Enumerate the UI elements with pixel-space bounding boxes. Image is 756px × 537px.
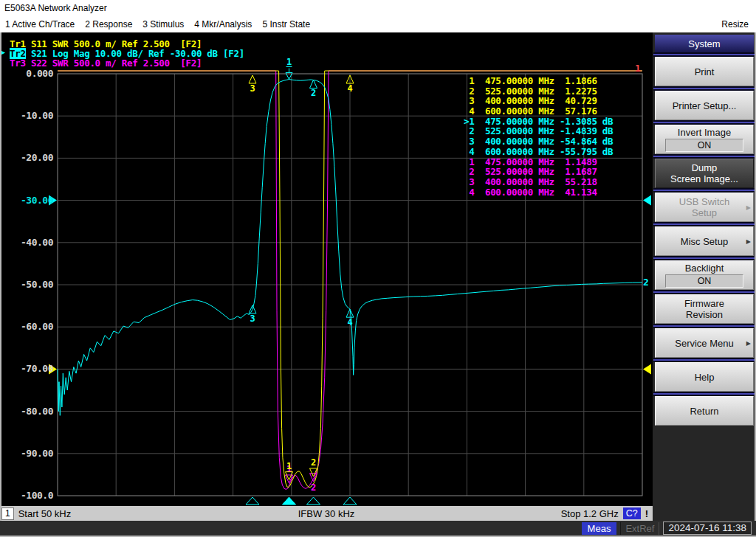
softkey-label: Invert Image [678, 127, 731, 138]
menu-bar: 1 Active Ch/Trace 2 Response 3 Stimulus … [0, 16, 756, 32]
clock: 2024-07-16 11:38 [663, 522, 752, 535]
marker-table-row: 2 525.00000 MHz -1.4839 dB [464, 126, 613, 136]
submenu-arrow-icon: ▶ [746, 204, 751, 211]
menu-instr-state[interactable]: 5 Instr State [257, 17, 315, 32]
marker-3-symbol[interactable] [249, 75, 256, 83]
marker-stimulus-triangle[interactable] [343, 497, 357, 505]
y-axis-label: -30.00 [0, 195, 53, 206]
submenu-arrow-icon: ▶ [746, 340, 751, 347]
trace-end-label: 1 [635, 63, 641, 74]
marker-stimulus-triangle[interactable] [246, 497, 259, 505]
y-axis-label: -80.00 [0, 406, 53, 417]
y-axis-label: -60.00 [0, 321, 53, 332]
marker-table-row: 1 475.00000 MHz 1.1489 [464, 157, 613, 167]
marker-readout-table: 1 475.00000 MHz 1.1866 2 525.00000 MHz 1… [464, 76, 613, 197]
softkey-label: Backlight [685, 263, 724, 274]
resize-control[interactable]: Resize [716, 17, 756, 32]
menu-active-ch-trace[interactable]: 1 Active Ch/Trace [0, 17, 80, 32]
y-axis-label: -90.00 [0, 448, 53, 459]
softkey-firmware-revision[interactable]: FirmwareRevision [655, 294, 754, 324]
softkey-service-menu[interactable]: Service Menu▶ [655, 328, 754, 358]
softkey-dump-screen-image[interactable]: DumpScreen Image... [655, 159, 754, 188]
menu-stimulus[interactable]: 3 Stimulus [137, 17, 189, 32]
marker-table-row: 2 525.00000 MHz 1.2275 [464, 86, 613, 97]
softkey-print[interactable]: Print [655, 57, 754, 86]
channel-status-bar: 1 Start 50 kHz IFBW 30 kHz Stop 1.2 GHz … [0, 506, 653, 521]
y-axis-label: -20.00 [0, 152, 53, 163]
meas-status-badge: Meas [582, 522, 617, 535]
marker-table-row: 3 400.00000 MHz -54.864 dB [464, 136, 613, 147]
softkey-invert-image[interactable]: Invert ImageON [655, 125, 754, 154]
softkey-label: Help [695, 372, 715, 383]
marker-label: 3 [250, 313, 255, 324]
marker-label: 2 [311, 482, 316, 493]
softkey-usb-switch-setup: USB SwitchSetup▶ [655, 193, 754, 222]
marker-table-group: 1 475.00000 MHz 1.1489 2 525.00000 MHz 1… [464, 157, 613, 198]
active-marker-stimulus-triangle[interactable] [283, 497, 296, 505]
channel-number: 1 [1, 507, 14, 520]
stop-frequency[interactable]: Stop 1.2 GHz [561, 508, 619, 519]
correction-badge: C? [623, 507, 641, 519]
softkey-printer-setup[interactable]: Printer Setup... [655, 91, 754, 120]
extref-status: ExtRef [620, 522, 659, 535]
y-axis-label: -100.0 [0, 490, 53, 501]
marker-table-row: 4 600.00000 MHz 57.176 [464, 106, 613, 117]
softkey-menu-title: System [655, 35, 754, 52]
window-title: E5063A Network Analyzer [4, 3, 107, 13]
marker-table-row: 3 400.00000 MHz 55.218 [464, 177, 613, 187]
marker-table-row: 4 600.00000 MHz 41.134 [464, 187, 613, 198]
title-bar: E5063A Network Analyzer [0, 0, 756, 16]
reference-level-arrow-right[interactable] [643, 364, 651, 374]
softkey-backlight[interactable]: BacklightON [655, 260, 754, 290]
softkey-label: Setup [692, 207, 717, 218]
marker-label: 3 [250, 83, 255, 94]
softkey-menu: System PrintPrinter Setup...Invert Image… [653, 32, 756, 521]
marker-2-symbol[interactable] [310, 80, 317, 88]
trace3-name: Tr3 [10, 58, 26, 69]
trace1-status[interactable]: Tr1 S11 SWR 500.0 m/ Ref 2.500 [F2] [0, 38, 482, 48]
trace2-status[interactable]: ▶Tr2 S21 Log Mag 10.00 dB/ Ref -30.00 dB… [0, 48, 482, 58]
trace3-params: S22 SWR 500.0 m/ Ref 2.500 [F2] [26, 58, 202, 69]
trace-end-label: 2 [643, 277, 649, 288]
menu-response[interactable]: 2 Response [80, 17, 137, 32]
start-frequency[interactable]: Start 50 kHz [18, 508, 72, 519]
softkey-label: Printer Setup... [673, 100, 737, 111]
marker-table-row: 1 475.00000 MHz 1.1866 [464, 76, 613, 86]
marker-label: 2 [311, 88, 316, 98]
window-border [0, 32, 1, 521]
softkey-label: Return [690, 406, 718, 417]
marker-table-row: 4 600.00000 MHz -55.795 dB [464, 147, 613, 157]
ifbw-label[interactable]: IFBW 30 kHz [298, 508, 355, 519]
y-axis-label: -50.00 [0, 279, 53, 290]
marker-label: 1 [286, 461, 292, 471]
softkey-label: Firmware [684, 298, 724, 309]
y-axis-label: -10.00 [0, 110, 53, 121]
marker-table-row: >1 475.00000 MHz -1.3085 dB [464, 117, 613, 127]
y-axis-label: -40.00 [0, 237, 53, 248]
softkey-label: Revision [686, 309, 723, 320]
y-axis-label: 0.000 [0, 68, 53, 79]
softkey-label: USB Switch [679, 196, 730, 207]
submenu-arrow-icon: ▶ [746, 238, 751, 245]
softkey-label: Print [695, 66, 715, 77]
analyzer-screen: 121234123412 Tr1 S11 SWR 500.0 m/ Ref 2.… [0, 32, 653, 506]
softkey-value: ON [665, 274, 743, 288]
reference-level-arrow-right[interactable] [643, 195, 651, 206]
marker-table-row: 2 525.00000 MHz 1.1687 [464, 167, 613, 177]
softkey-misc-setup[interactable]: Misc Setup▶ [655, 226, 754, 256]
softkey-return[interactable]: Return [655, 396, 754, 426]
y-axis-label: -70.00 [0, 363, 53, 374]
trace3-status[interactable]: Tr3 S22 SWR 500.0 m/ Ref 2.500 [F2] [0, 58, 482, 67]
marker-table-group: 1 475.00000 MHz 1.1866 2 525.00000 MHz 1… [464, 76, 613, 117]
marker-stimulus-triangle[interactable] [307, 497, 320, 505]
softkey-label: Service Menu [675, 338, 733, 349]
marker-label: 4 [347, 83, 352, 94]
warning-indicator: ! [645, 508, 648, 519]
application-window: E5063A Network Analyzer 1 Active Ch/Trac… [0, 0, 756, 537]
marker-table-group: >1 475.00000 MHz -1.3085 dB 2 525.00000 … [464, 117, 613, 157]
marker-table-row: 3 400.00000 MHz 40.729 [464, 96, 613, 106]
instrument-status-bar: Meas ExtRef 2024-07-16 11:38 [0, 521, 756, 536]
softkey-label: Screen Image... [670, 173, 738, 184]
softkey-help[interactable]: Help [655, 362, 754, 392]
menu-mkr-analysis[interactable]: 4 Mkr/Analysis [189, 17, 257, 32]
